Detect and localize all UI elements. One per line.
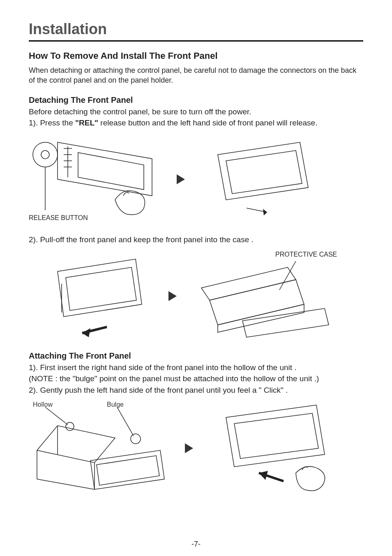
attach-note: (NOTE : the "bulge" point on the panel m… [29, 373, 363, 384]
detach-step-1: 1). Press the "REL" release button and t… [29, 118, 363, 128]
hollow-label: Hollow [33, 401, 53, 408]
attach-figure-row: Hollow Bulge [29, 401, 363, 496]
svg-marker-20 [210, 280, 304, 325]
page-title: Installation [29, 21, 363, 38]
svg-marker-24 [37, 426, 115, 463]
attach-heading: Attaching The Front Panel [29, 351, 363, 361]
attach-step-2: 2). Gently push the left hand side of th… [29, 385, 363, 396]
svg-line-27 [37, 479, 95, 489]
pull-off-illustration [45, 255, 152, 337]
detach-step-2: 2). Pull-off the front panel and keep th… [29, 234, 363, 245]
svg-marker-19 [201, 267, 296, 300]
attach-step-1: 1). First insert the right hand side of … [29, 362, 363, 373]
page-number: -7- [0, 540, 392, 549]
panel-releasing-svg [201, 138, 325, 220]
release-button-label: RELEASE BUTTON [29, 214, 88, 222]
click-illustration [210, 401, 341, 496]
bulge-label: Bulge [107, 401, 124, 408]
svg-point-30 [66, 422, 74, 431]
svg-marker-15 [66, 267, 136, 310]
svg-marker-18 [82, 328, 90, 337]
title-divider [29, 40, 363, 42]
svg-marker-13 [263, 209, 267, 215]
arrow-right-icon [168, 291, 177, 301]
detach-figure-row-2: PROTECTIVE CASE [29, 251, 363, 341]
rel-bold: "REL" [75, 118, 98, 127]
arrow-right-icon [177, 174, 185, 184]
svg-marker-36 [234, 413, 318, 459]
hollow-bulge-svg [29, 401, 168, 496]
svg-point-8 [41, 151, 49, 159]
protective-case-label: PROTECTIVE CASE [275, 251, 337, 258]
protective-case-illustration: PROTECTIVE CASE [193, 251, 341, 341]
release-illustration-svg [29, 134, 160, 225]
svg-marker-1 [78, 153, 144, 190]
intro-paragraph: When detaching or attaching the control … [29, 65, 363, 86]
detach-step-1-pre: 1). Press the [29, 118, 75, 127]
protective-case-svg [193, 251, 341, 341]
svg-line-31 [117, 407, 134, 436]
svg-point-32 [131, 434, 141, 444]
section-heading: How To Remove And Install The Front Pane… [29, 51, 363, 61]
panel-releasing-illustration [201, 138, 325, 220]
hollow-bulge-illustration: Hollow Bulge [29, 401, 168, 496]
detach-step-1-post: release button and the left hand side of… [98, 118, 317, 127]
click-svg [210, 401, 341, 496]
arrow-right-icon [185, 443, 193, 453]
svg-marker-22 [242, 308, 329, 337]
detach-figure-row-1: RELEASE BUTTON [29, 134, 363, 225]
svg-line-29 [45, 407, 68, 425]
release-button-illustration: RELEASE BUTTON [29, 134, 160, 225]
detach-heading: Detaching The Front Panel [29, 95, 363, 105]
detach-intro: Before detaching the control panel, be s… [29, 107, 363, 117]
svg-marker-11 [226, 151, 302, 194]
svg-point-7 [33, 142, 58, 167]
pull-off-svg [45, 255, 152, 337]
svg-marker-34 [97, 456, 159, 485]
